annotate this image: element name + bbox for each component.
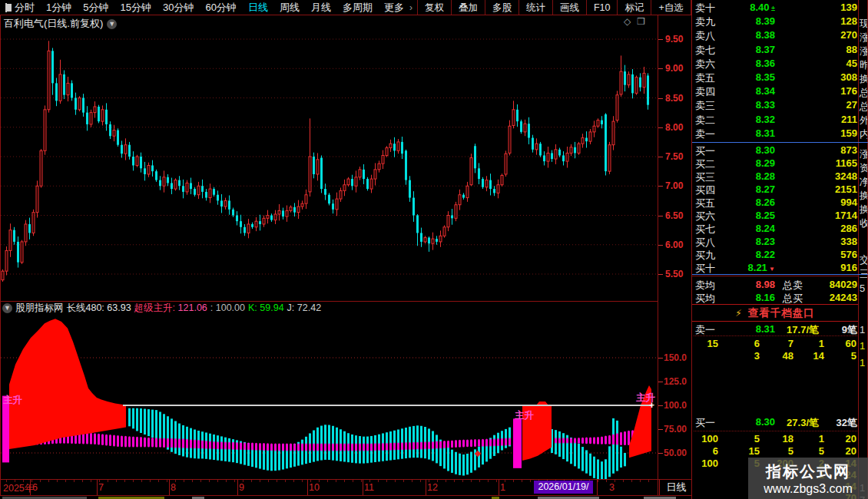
orderbook-cell: 27 (846, 99, 857, 111)
menu-item-日线[interactable]: 日线 (248, 1, 268, 15)
month-label: 2025年 (3, 482, 34, 495)
orderbook-cell: 211 (841, 114, 857, 125)
sidebar-toggle-icon[interactable] (5, 3, 7, 12)
candlestick-chart[interactable] (0, 15, 659, 301)
axis-tick (658, 245, 663, 246)
orderbook-cell: 卖五 (695, 71, 715, 85)
axis-tick (658, 127, 663, 128)
orderbook-cell: 8.34 (756, 85, 775, 97)
price-axis-label: 8.50 (665, 93, 683, 104)
orderbook-cell: 1 (819, 433, 824, 444)
month-separator (237, 480, 238, 495)
week-tick (327, 480, 328, 482)
week-tick (606, 480, 607, 482)
week-tick (234, 480, 235, 482)
menu-button-多股[interactable]: 多股 (485, 0, 518, 15)
orderbook-cell: 8.35 (756, 71, 775, 83)
week-tick (336, 480, 336, 482)
week-tick (167, 480, 167, 482)
week-tick (57, 480, 58, 482)
week-tick (82, 480, 83, 482)
svg-text:+: + (649, 400, 654, 411)
clipped-strip-char: 5 (860, 283, 865, 294)
week-tick (40, 480, 41, 482)
menu-item-周线[interactable]: 周线 (280, 1, 300, 15)
menu-item-30分钟[interactable]: 30分钟 (163, 1, 194, 15)
month-label: 6 (32, 482, 38, 493)
month-separator (97, 480, 98, 495)
week-tick (285, 480, 286, 482)
menu-button-统计[interactable]: 统计 (518, 0, 552, 15)
menu-button-画线[interactable]: 画线 (552, 0, 586, 15)
orderbook-cell: 卖二 (695, 114, 715, 127)
orderbook-cell: 8.37 (756, 44, 775, 55)
month-label: 10 (309, 482, 320, 493)
menu-item-更多[interactable]: 更多 (384, 1, 404, 15)
week-tick (454, 480, 455, 482)
month-label: 1 (500, 482, 505, 493)
indicator-axis-label: 50.00 (664, 448, 687, 458)
week-tick (48, 480, 49, 482)
indicator-chart[interactable]: 主升主升主升+ (0, 301, 659, 479)
orderbook-cell: 14 (813, 350, 824, 362)
order-book-panel[interactable]: 卖十8.40 ±139卖九8.39128卖八8.38270卖七8.3788卖六8… (692, 0, 859, 499)
menu-button-叠加[interactable]: 叠加 (451, 0, 485, 15)
menu-button-F10[interactable]: F10 (586, 0, 618, 15)
week-tick (640, 480, 641, 482)
orderbook-cell: 5 (788, 445, 793, 457)
orderbook-cell: 3 (754, 350, 760, 362)
week-tick (217, 480, 218, 482)
chevron-down-icon[interactable]: ▼ (2, 303, 12, 313)
indicator-title: ▼ 股朋指标网 长线480: 63.93 超级主升: 121.06 : 100.… (2, 302, 321, 314)
orderbook-cell: 8.39 (756, 15, 775, 27)
week-tick (133, 480, 134, 482)
orderbook-cell: 8.21 ▼ (748, 262, 775, 273)
price-axis-label: 7.50 (665, 151, 683, 162)
week-tick (403, 480, 404, 482)
divider (858, 0, 859, 499)
divider (658, 15, 658, 496)
menu-button-+自选[interactable]: +自选 (651, 0, 690, 15)
orderbook-cell: 994 (840, 197, 857, 208)
week-tick (378, 480, 379, 482)
price-axis-label: 9.00 (665, 63, 683, 74)
week-tick (623, 480, 624, 482)
orderbook-cell: 6 (754, 338, 760, 349)
menu-button-标记[interactable]: 标记 (617, 0, 651, 15)
menu-item-15分钟[interactable]: 15分钟 (120, 1, 151, 15)
clipped-strip-char: 1 (860, 324, 865, 335)
indicator-axis-label: 75.00 (664, 424, 687, 435)
menu-button-复权[interactable]: 复权 (417, 0, 451, 15)
menu-item-5分钟[interactable]: 5分钟 (83, 1, 108, 15)
view-qiandang-button[interactable]: ⚡查看千档盘口 (692, 304, 858, 322)
menu-item-60分钟[interactable]: 60分钟 (205, 1, 236, 15)
orderbook-cell: 139 (840, 2, 857, 13)
month-separator (169, 480, 170, 495)
lightning-icon: ⚡ (735, 308, 741, 319)
period-box[interactable]: 日线 (659, 479, 694, 496)
orderbook-cell: 8.23 (756, 236, 775, 247)
orderbook-cell: 5 (851, 350, 856, 362)
orderbook-cell: 卖十 (695, 2, 715, 15)
clipped-strip-char: 1 (860, 357, 865, 368)
indicator-site-label: 股朋指标网 (15, 302, 64, 315)
orderbook-cell: 8.30 (756, 416, 775, 428)
week-tick (209, 480, 210, 482)
chart-corner-icons[interactable]: ◇❒ (624, 16, 651, 27)
week-tick (395, 480, 396, 482)
week-tick (648, 480, 649, 482)
week-tick (471, 480, 472, 482)
week-tick (462, 480, 463, 482)
week-tick (386, 480, 387, 482)
week-tick (226, 480, 227, 482)
orderbook-cell: 45 (846, 58, 857, 69)
orderbook-cell: 24243 (830, 292, 857, 303)
menu-item-1分钟[interactable]: 1分钟 (46, 1, 71, 15)
month-separator (597, 480, 598, 495)
orderbook-cell: 买五 (695, 197, 715, 210)
menu-item-月线[interactable]: 月线 (311, 1, 331, 15)
orderbook-cell: 128 (840, 15, 857, 27)
chevron-down-icon[interactable]: ▼ (107, 19, 117, 29)
menu-item-多周期[interactable]: 多周期 (343, 1, 373, 15)
menu-item-分时[interactable]: 分时 (15, 1, 35, 15)
